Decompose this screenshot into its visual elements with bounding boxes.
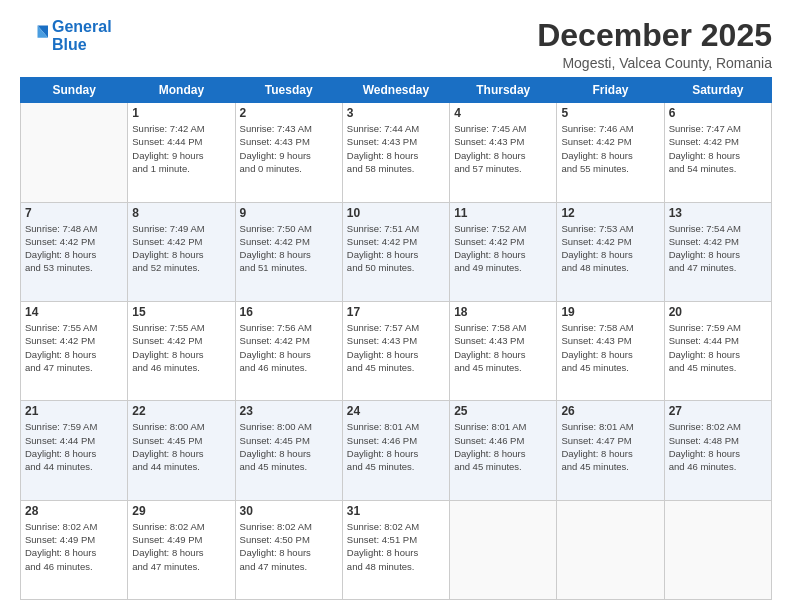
title-block: December 2025 Mogesti, Valcea County, Ro…: [537, 18, 772, 71]
calendar-cell: 17Sunrise: 7:57 AMSunset: 4:43 PMDayligh…: [342, 301, 449, 400]
logo-icon: [20, 22, 48, 50]
day-info: Sunrise: 8:01 AMSunset: 4:46 PMDaylight:…: [347, 420, 445, 473]
calendar-cell: 16Sunrise: 7:56 AMSunset: 4:42 PMDayligh…: [235, 301, 342, 400]
calendar-header-friday: Friday: [557, 78, 664, 103]
day-number: 17: [347, 305, 445, 319]
calendar-cell: 18Sunrise: 7:58 AMSunset: 4:43 PMDayligh…: [450, 301, 557, 400]
day-info: Sunrise: 8:01 AMSunset: 4:46 PMDaylight:…: [454, 420, 552, 473]
day-info: Sunrise: 7:44 AMSunset: 4:43 PMDaylight:…: [347, 122, 445, 175]
day-number: 8: [132, 206, 230, 220]
day-number: 20: [669, 305, 767, 319]
calendar-cell: 22Sunrise: 8:00 AMSunset: 4:45 PMDayligh…: [128, 401, 235, 500]
calendar-week-row: 28Sunrise: 8:02 AMSunset: 4:49 PMDayligh…: [21, 500, 772, 599]
day-number: 19: [561, 305, 659, 319]
day-info: Sunrise: 7:46 AMSunset: 4:42 PMDaylight:…: [561, 122, 659, 175]
calendar-cell: 8Sunrise: 7:49 AMSunset: 4:42 PMDaylight…: [128, 202, 235, 301]
calendar-header-sunday: Sunday: [21, 78, 128, 103]
day-number: 30: [240, 504, 338, 518]
day-number: 2: [240, 106, 338, 120]
day-number: 16: [240, 305, 338, 319]
main-title: December 2025: [537, 18, 772, 53]
calendar-cell: 5Sunrise: 7:46 AMSunset: 4:42 PMDaylight…: [557, 103, 664, 202]
calendar-header-row: SundayMondayTuesdayWednesdayThursdayFrid…: [21, 78, 772, 103]
day-info: Sunrise: 8:02 AMSunset: 4:49 PMDaylight:…: [25, 520, 123, 573]
calendar-cell: 21Sunrise: 7:59 AMSunset: 4:44 PMDayligh…: [21, 401, 128, 500]
calendar-cell: 7Sunrise: 7:48 AMSunset: 4:42 PMDaylight…: [21, 202, 128, 301]
calendar-header-wednesday: Wednesday: [342, 78, 449, 103]
calendar-cell: 14Sunrise: 7:55 AMSunset: 4:42 PMDayligh…: [21, 301, 128, 400]
calendar-cell: 24Sunrise: 8:01 AMSunset: 4:46 PMDayligh…: [342, 401, 449, 500]
calendar-cell: 2Sunrise: 7:43 AMSunset: 4:43 PMDaylight…: [235, 103, 342, 202]
day-number: 3: [347, 106, 445, 120]
calendar-cell: 25Sunrise: 8:01 AMSunset: 4:46 PMDayligh…: [450, 401, 557, 500]
day-info: Sunrise: 7:52 AMSunset: 4:42 PMDaylight:…: [454, 222, 552, 275]
calendar-cell: 19Sunrise: 7:58 AMSunset: 4:43 PMDayligh…: [557, 301, 664, 400]
calendar-cell: 15Sunrise: 7:55 AMSunset: 4:42 PMDayligh…: [128, 301, 235, 400]
day-info: Sunrise: 7:57 AMSunset: 4:43 PMDaylight:…: [347, 321, 445, 374]
calendar-cell: [450, 500, 557, 599]
calendar-cell: 9Sunrise: 7:50 AMSunset: 4:42 PMDaylight…: [235, 202, 342, 301]
day-number: 22: [132, 404, 230, 418]
calendar-cell: 12Sunrise: 7:53 AMSunset: 4:42 PMDayligh…: [557, 202, 664, 301]
day-number: 24: [347, 404, 445, 418]
day-number: 6: [669, 106, 767, 120]
day-number: 10: [347, 206, 445, 220]
day-number: 12: [561, 206, 659, 220]
logo: General Blue: [20, 18, 112, 53]
calendar-cell: 28Sunrise: 8:02 AMSunset: 4:49 PMDayligh…: [21, 500, 128, 599]
logo-text: General Blue: [52, 18, 112, 53]
calendar-week-row: 21Sunrise: 7:59 AMSunset: 4:44 PMDayligh…: [21, 401, 772, 500]
calendar-week-row: 14Sunrise: 7:55 AMSunset: 4:42 PMDayligh…: [21, 301, 772, 400]
calendar-cell: 29Sunrise: 8:02 AMSunset: 4:49 PMDayligh…: [128, 500, 235, 599]
day-number: 14: [25, 305, 123, 319]
page: General Blue December 2025 Mogesti, Valc…: [0, 0, 792, 612]
day-info: Sunrise: 8:00 AMSunset: 4:45 PMDaylight:…: [132, 420, 230, 473]
day-info: Sunrise: 7:49 AMSunset: 4:42 PMDaylight:…: [132, 222, 230, 275]
day-info: Sunrise: 7:58 AMSunset: 4:43 PMDaylight:…: [454, 321, 552, 374]
day-number: 31: [347, 504, 445, 518]
day-number: 9: [240, 206, 338, 220]
day-info: Sunrise: 7:55 AMSunset: 4:42 PMDaylight:…: [132, 321, 230, 374]
day-number: 27: [669, 404, 767, 418]
day-info: Sunrise: 8:02 AMSunset: 4:48 PMDaylight:…: [669, 420, 767, 473]
calendar-header-saturday: Saturday: [664, 78, 771, 103]
calendar-header-thursday: Thursday: [450, 78, 557, 103]
day-number: 23: [240, 404, 338, 418]
calendar-header-monday: Monday: [128, 78, 235, 103]
day-info: Sunrise: 7:54 AMSunset: 4:42 PMDaylight:…: [669, 222, 767, 275]
day-number: 5: [561, 106, 659, 120]
day-info: Sunrise: 7:51 AMSunset: 4:42 PMDaylight:…: [347, 222, 445, 275]
day-number: 11: [454, 206, 552, 220]
day-number: 26: [561, 404, 659, 418]
day-number: 13: [669, 206, 767, 220]
calendar-header-tuesday: Tuesday: [235, 78, 342, 103]
day-info: Sunrise: 7:58 AMSunset: 4:43 PMDaylight:…: [561, 321, 659, 374]
calendar-cell: 11Sunrise: 7:52 AMSunset: 4:42 PMDayligh…: [450, 202, 557, 301]
day-number: 21: [25, 404, 123, 418]
calendar-cell: 4Sunrise: 7:45 AMSunset: 4:43 PMDaylight…: [450, 103, 557, 202]
day-info: Sunrise: 7:50 AMSunset: 4:42 PMDaylight:…: [240, 222, 338, 275]
header: General Blue December 2025 Mogesti, Valc…: [20, 18, 772, 71]
day-info: Sunrise: 7:47 AMSunset: 4:42 PMDaylight:…: [669, 122, 767, 175]
day-info: Sunrise: 7:56 AMSunset: 4:42 PMDaylight:…: [240, 321, 338, 374]
calendar-cell: 13Sunrise: 7:54 AMSunset: 4:42 PMDayligh…: [664, 202, 771, 301]
day-info: Sunrise: 8:00 AMSunset: 4:45 PMDaylight:…: [240, 420, 338, 473]
day-number: 29: [132, 504, 230, 518]
calendar-cell: 3Sunrise: 7:44 AMSunset: 4:43 PMDaylight…: [342, 103, 449, 202]
day-info: Sunrise: 8:02 AMSunset: 4:49 PMDaylight:…: [132, 520, 230, 573]
calendar-cell: [557, 500, 664, 599]
day-number: 15: [132, 305, 230, 319]
calendar-cell: 1Sunrise: 7:42 AMSunset: 4:44 PMDaylight…: [128, 103, 235, 202]
subtitle: Mogesti, Valcea County, Romania: [537, 55, 772, 71]
calendar-cell: [21, 103, 128, 202]
day-info: Sunrise: 7:42 AMSunset: 4:44 PMDaylight:…: [132, 122, 230, 175]
day-number: 25: [454, 404, 552, 418]
day-info: Sunrise: 7:53 AMSunset: 4:42 PMDaylight:…: [561, 222, 659, 275]
calendar-week-row: 7Sunrise: 7:48 AMSunset: 4:42 PMDaylight…: [21, 202, 772, 301]
calendar-cell: 6Sunrise: 7:47 AMSunset: 4:42 PMDaylight…: [664, 103, 771, 202]
day-number: 4: [454, 106, 552, 120]
calendar-week-row: 1Sunrise: 7:42 AMSunset: 4:44 PMDaylight…: [21, 103, 772, 202]
day-info: Sunrise: 7:59 AMSunset: 4:44 PMDaylight:…: [25, 420, 123, 473]
calendar-cell: 10Sunrise: 7:51 AMSunset: 4:42 PMDayligh…: [342, 202, 449, 301]
day-info: Sunrise: 7:55 AMSunset: 4:42 PMDaylight:…: [25, 321, 123, 374]
